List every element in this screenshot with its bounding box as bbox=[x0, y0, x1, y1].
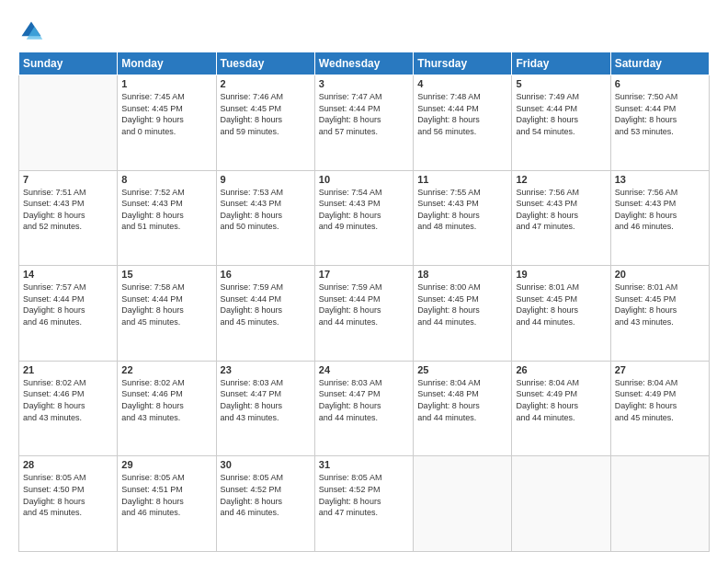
day-number: 5 bbox=[516, 78, 606, 89]
day-info: Sunrise: 8:00 AMSunset: 4:45 PMDaylight:… bbox=[417, 282, 507, 327]
day-info: Sunrise: 7:47 AMSunset: 4:44 PMDaylight:… bbox=[319, 91, 409, 137]
day-number: 29 bbox=[121, 459, 211, 470]
day-number: 4 bbox=[417, 78, 507, 89]
day-number: 26 bbox=[516, 364, 606, 375]
calendar-cell: 12Sunrise: 7:56 AMSunset: 4:43 PMDayligh… bbox=[512, 170, 610, 266]
day-number: 1 bbox=[121, 78, 211, 89]
page: SundayMondayTuesdayWednesdayThursdayFrid… bbox=[0, 0, 728, 563]
calendar-week-row: 1Sunrise: 7:45 AMSunset: 4:45 PMDaylight… bbox=[19, 75, 710, 171]
day-info: Sunrise: 7:50 AMSunset: 4:44 PMDaylight:… bbox=[615, 91, 705, 137]
calendar-cell: 5Sunrise: 7:49 AMSunset: 4:44 PMDaylight… bbox=[512, 75, 610, 171]
calendar-header: SundayMondayTuesdayWednesdayThursdayFrid… bbox=[19, 52, 710, 75]
day-number: 16 bbox=[221, 269, 311, 280]
calendar-week-row: 28Sunrise: 8:05 AMSunset: 4:50 PMDayligh… bbox=[19, 456, 710, 552]
day-number: 12 bbox=[516, 174, 606, 185]
weekday-header: Monday bbox=[118, 52, 216, 75]
day-info: Sunrise: 7:58 AMSunset: 4:44 PMDaylight:… bbox=[121, 282, 211, 327]
calendar-cell: 20Sunrise: 8:01 AMSunset: 4:45 PMDayligh… bbox=[610, 266, 709, 362]
day-info: Sunrise: 8:02 AMSunset: 4:46 PMDaylight:… bbox=[23, 377, 113, 423]
calendar-cell: 28Sunrise: 8:05 AMSunset: 4:50 PMDayligh… bbox=[19, 456, 118, 552]
day-number: 21 bbox=[23, 364, 113, 375]
day-number: 22 bbox=[121, 364, 211, 375]
calendar-cell: 2Sunrise: 7:46 AMSunset: 4:45 PMDaylight… bbox=[216, 75, 314, 171]
calendar-cell: 13Sunrise: 7:56 AMSunset: 4:43 PMDayligh… bbox=[610, 170, 709, 266]
day-info: Sunrise: 7:49 AMSunset: 4:44 PMDaylight:… bbox=[516, 91, 606, 137]
day-number: 25 bbox=[417, 364, 507, 375]
day-number: 18 bbox=[417, 269, 507, 280]
day-number: 17 bbox=[319, 269, 409, 280]
calendar-cell: 29Sunrise: 8:05 AMSunset: 4:51 PMDayligh… bbox=[118, 456, 216, 552]
calendar-cell: 17Sunrise: 7:59 AMSunset: 4:44 PMDayligh… bbox=[314, 266, 413, 362]
calendar-cell: 22Sunrise: 8:02 AMSunset: 4:46 PMDayligh… bbox=[118, 361, 216, 456]
day-number: 7 bbox=[23, 174, 113, 185]
calendar-body: 1Sunrise: 7:45 AMSunset: 4:45 PMDaylight… bbox=[19, 75, 710, 552]
calendar-cell: 6Sunrise: 7:50 AMSunset: 4:44 PMDaylight… bbox=[610, 75, 709, 171]
day-info: Sunrise: 7:54 AMSunset: 4:43 PMDaylight:… bbox=[319, 187, 409, 233]
calendar-cell: 1Sunrise: 7:45 AMSunset: 4:45 PMDaylight… bbox=[118, 75, 216, 171]
day-number: 31 bbox=[319, 459, 409, 470]
calendar-cell: 27Sunrise: 8:04 AMSunset: 4:49 PMDayligh… bbox=[610, 361, 709, 456]
day-info: Sunrise: 8:01 AMSunset: 4:45 PMDaylight:… bbox=[615, 282, 705, 327]
day-info: Sunrise: 8:03 AMSunset: 4:47 PMDaylight:… bbox=[319, 377, 409, 423]
day-info: Sunrise: 7:51 AMSunset: 4:43 PMDaylight:… bbox=[23, 187, 113, 233]
day-info: Sunrise: 7:45 AMSunset: 4:45 PMDaylight:… bbox=[121, 91, 211, 137]
calendar-cell: 31Sunrise: 8:05 AMSunset: 4:52 PMDayligh… bbox=[314, 456, 413, 552]
day-info: Sunrise: 8:03 AMSunset: 4:47 PMDaylight:… bbox=[221, 377, 311, 423]
calendar-cell: 16Sunrise: 7:59 AMSunset: 4:44 PMDayligh… bbox=[216, 266, 314, 362]
day-info: Sunrise: 8:01 AMSunset: 4:45 PMDaylight:… bbox=[516, 282, 606, 327]
day-info: Sunrise: 7:46 AMSunset: 4:45 PMDaylight:… bbox=[221, 91, 311, 137]
day-number: 8 bbox=[121, 174, 211, 185]
day-number: 20 bbox=[615, 269, 705, 280]
weekday-header: Thursday bbox=[414, 52, 512, 75]
day-info: Sunrise: 7:52 AMSunset: 4:43 PMDaylight:… bbox=[121, 187, 211, 233]
day-number: 11 bbox=[417, 174, 507, 185]
weekday-header: Saturday bbox=[610, 52, 709, 75]
day-number: 24 bbox=[319, 364, 409, 375]
weekday-header: Sunday bbox=[19, 52, 118, 75]
calendar-week-row: 14Sunrise: 7:57 AMSunset: 4:44 PMDayligh… bbox=[19, 266, 710, 362]
calendar-cell: 10Sunrise: 7:54 AMSunset: 4:43 PMDayligh… bbox=[314, 170, 413, 266]
day-number: 30 bbox=[221, 459, 311, 470]
day-info: Sunrise: 8:04 AMSunset: 4:48 PMDaylight:… bbox=[417, 377, 507, 423]
day-number: 9 bbox=[221, 174, 311, 185]
day-number: 2 bbox=[221, 78, 311, 89]
day-info: Sunrise: 7:55 AMSunset: 4:43 PMDaylight:… bbox=[417, 187, 507, 233]
calendar-cell: 24Sunrise: 8:03 AMSunset: 4:47 PMDayligh… bbox=[314, 361, 413, 456]
day-info: Sunrise: 7:56 AMSunset: 4:43 PMDaylight:… bbox=[516, 187, 606, 233]
calendar-week-row: 7Sunrise: 7:51 AMSunset: 4:43 PMDaylight… bbox=[19, 170, 710, 266]
day-info: Sunrise: 7:53 AMSunset: 4:43 PMDaylight:… bbox=[221, 187, 311, 233]
day-info: Sunrise: 8:05 AMSunset: 4:52 PMDaylight:… bbox=[221, 472, 311, 518]
header bbox=[18, 15, 710, 44]
day-number: 28 bbox=[23, 459, 113, 470]
calendar-cell: 30Sunrise: 8:05 AMSunset: 4:52 PMDayligh… bbox=[216, 456, 314, 552]
calendar-cell: 14Sunrise: 7:57 AMSunset: 4:44 PMDayligh… bbox=[19, 266, 118, 362]
day-info: Sunrise: 8:05 AMSunset: 4:51 PMDaylight:… bbox=[121, 472, 211, 518]
weekday-row: SundayMondayTuesdayWednesdayThursdayFrid… bbox=[19, 52, 710, 75]
calendar: SundayMondayTuesdayWednesdayThursdayFrid… bbox=[18, 52, 710, 552]
day-info: Sunrise: 8:04 AMSunset: 4:49 PMDaylight:… bbox=[516, 377, 606, 423]
day-info: Sunrise: 7:48 AMSunset: 4:44 PMDaylight:… bbox=[417, 91, 507, 137]
calendar-cell: 8Sunrise: 7:52 AMSunset: 4:43 PMDaylight… bbox=[118, 170, 216, 266]
calendar-cell bbox=[19, 75, 118, 171]
calendar-cell bbox=[610, 456, 709, 552]
calendar-cell: 9Sunrise: 7:53 AMSunset: 4:43 PMDaylight… bbox=[216, 170, 314, 266]
day-info: Sunrise: 8:05 AMSunset: 4:50 PMDaylight:… bbox=[23, 472, 113, 518]
day-info: Sunrise: 7:56 AMSunset: 4:43 PMDaylight:… bbox=[615, 187, 705, 233]
day-info: Sunrise: 7:59 AMSunset: 4:44 PMDaylight:… bbox=[319, 282, 409, 327]
calendar-cell: 3Sunrise: 7:47 AMSunset: 4:44 PMDaylight… bbox=[314, 75, 413, 171]
calendar-cell: 15Sunrise: 7:58 AMSunset: 4:44 PMDayligh… bbox=[118, 266, 216, 362]
calendar-cell bbox=[512, 456, 610, 552]
day-number: 13 bbox=[615, 174, 705, 185]
day-number: 15 bbox=[121, 269, 211, 280]
calendar-cell: 23Sunrise: 8:03 AMSunset: 4:47 PMDayligh… bbox=[216, 361, 314, 456]
day-info: Sunrise: 7:59 AMSunset: 4:44 PMDaylight:… bbox=[221, 282, 311, 327]
calendar-cell: 7Sunrise: 7:51 AMSunset: 4:43 PMDaylight… bbox=[19, 170, 118, 266]
day-number: 6 bbox=[615, 78, 705, 89]
day-number: 10 bbox=[319, 174, 409, 185]
day-info: Sunrise: 8:02 AMSunset: 4:46 PMDaylight:… bbox=[121, 377, 211, 423]
day-number: 19 bbox=[516, 269, 606, 280]
calendar-cell: 4Sunrise: 7:48 AMSunset: 4:44 PMDaylight… bbox=[414, 75, 512, 171]
day-number: 3 bbox=[319, 78, 409, 89]
day-number: 23 bbox=[221, 364, 311, 375]
calendar-week-row: 21Sunrise: 8:02 AMSunset: 4:46 PMDayligh… bbox=[19, 361, 710, 456]
